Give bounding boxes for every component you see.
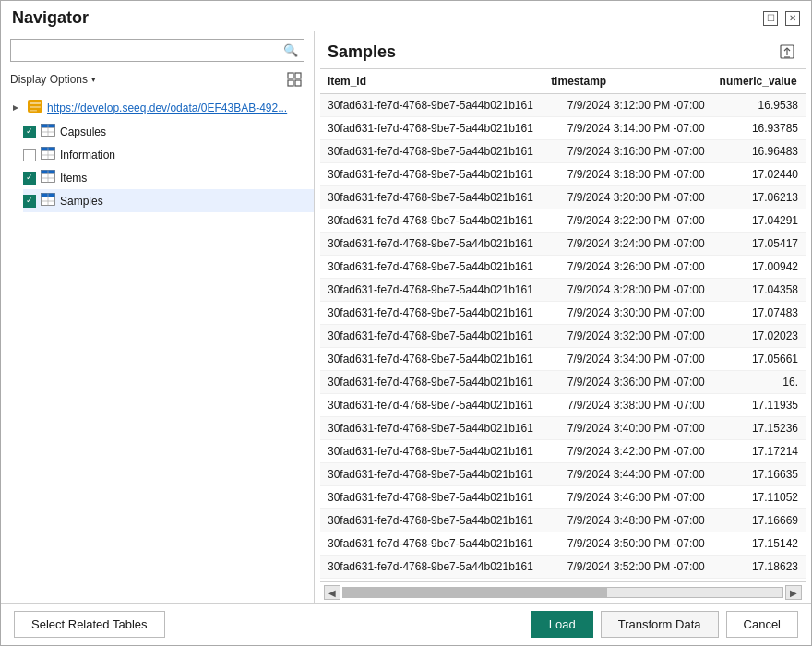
cell-numeric-value: 17.00942: [712, 256, 806, 279]
cancel-button[interactable]: Cancel: [726, 611, 798, 638]
footer-right: Load Transform Data Cancel: [531, 611, 798, 638]
data-table-container: item_id timestamp numeric_value 30fad631…: [320, 68, 806, 603]
items-label: Items: [60, 172, 87, 185]
col-header-item-id: item_id: [320, 69, 543, 94]
search-input[interactable]: [11, 41, 278, 61]
svg-rect-2: [288, 80, 293, 86]
svg-rect-1: [295, 73, 301, 78]
table-row: 30fad631-fe7d-4768-9be7-5a44b021b1617/9/…: [320, 209, 806, 233]
scroll-left-button[interactable]: ◀: [324, 585, 340, 600]
cell-numeric-value: 16.: [712, 371, 806, 394]
table-row: 30fad631-fe7d-4768-9be7-5a44b021b1617/9/…: [320, 417, 806, 440]
navigator-window: Navigator ☐ ✕ 🔍 Display Options ▾: [0, 0, 812, 646]
cell-timestamp: 7/9/2024 3:20:00 PM -07:00: [543, 186, 711, 209]
display-options-button[interactable]: Display Options ▾: [10, 73, 96, 86]
cell-item-id: 30fad631-fe7d-4768-9be7-5a44b021b161: [320, 348, 543, 371]
title-bar: Navigator ☐ ✕: [1, 1, 811, 31]
checkbox-capsules[interactable]: ✓: [23, 126, 36, 138]
checkbox-information[interactable]: [23, 149, 36, 162]
transform-data-button[interactable]: Transform Data: [601, 611, 719, 638]
tree-children: ✓ Capsules: [1, 120, 314, 212]
svg-rect-0: [288, 73, 293, 78]
select-related-button[interactable]: Select Related Tables: [14, 611, 165, 638]
cell-numeric-value: 17.11052: [712, 486, 806, 509]
cell-item-id: 30fad631-fe7d-4768-9be7-5a44b021b161: [320, 325, 543, 348]
cell-numeric-value: 17.02440: [712, 163, 806, 186]
minimize-button[interactable]: ☐: [763, 11, 778, 26]
cell-item-id: 30fad631-fe7d-4768-9be7-5a44b021b161: [320, 509, 543, 532]
cell-item-id: 30fad631-fe7d-4768-9be7-5a44b021b161: [320, 463, 543, 486]
svg-rect-6: [30, 102, 41, 104]
window-controls: ☐ ✕: [763, 11, 800, 26]
table-row: 30fad631-fe7d-4768-9be7-5a44b021b1617/9/…: [320, 463, 806, 486]
data-table-wrapper[interactable]: item_id timestamp numeric_value 30fad631…: [320, 69, 806, 581]
cell-timestamp: 7/9/2024 3:52:00 PM -07:00: [543, 556, 711, 579]
cell-numeric-value: 17.15142: [712, 532, 806, 556]
svg-marker-4: [13, 105, 18, 111]
scroll-track[interactable]: [342, 587, 783, 598]
cell-timestamp: 7/9/2024 3:38:00 PM -07:00: [543, 394, 711, 417]
cell-item-id: 30fad631-fe7d-4768-9be7-5a44b021b161: [320, 94, 543, 117]
cell-item-id: 30fad631-fe7d-4768-9be7-5a44b021b161: [320, 117, 543, 140]
table-body: 30fad631-fe7d-4768-9be7-5a44b021b1617/9/…: [320, 94, 806, 582]
table-title: Samples: [328, 42, 396, 62]
tree-item-items[interactable]: ✓ Items: [23, 166, 314, 189]
tree-item-capsules[interactable]: ✓ Capsules: [23, 120, 314, 143]
tree-root-node[interactable]: https://develop.seeq.dev/odata/0EF43BAB-…: [1, 95, 314, 120]
export-icon-button[interactable]: [776, 41, 798, 63]
table-row: 30fad631-fe7d-4768-9be7-5a44b021b1617/9/…: [320, 532, 806, 556]
cell-timestamp: 7/9/2024 3:40:00 PM -07:00: [543, 417, 711, 440]
horizontal-scrollbar: ◀ ▶: [320, 581, 806, 603]
table-row: 30fad631-fe7d-4768-9be7-5a44b021b1617/9/…: [320, 348, 806, 371]
cell-item-id: 30fad631-fe7d-4768-9be7-5a44b021b161: [320, 556, 543, 579]
cell-item-id: 30fad631-fe7d-4768-9be7-5a44b021b161: [320, 233, 543, 256]
cell-numeric-value: 17.17290: [712, 579, 806, 582]
table-row: 30fad631-fe7d-4768-9be7-5a44b021b1617/9/…: [320, 440, 806, 463]
table-row: 30fad631-fe7d-4768-9be7-5a44b021b1617/9/…: [320, 279, 806, 302]
chevron-down-icon: ▾: [91, 75, 96, 84]
cell-item-id: 30fad631-fe7d-4768-9be7-5a44b021b161: [320, 417, 543, 440]
tree-item-samples[interactable]: ✓ Samples: [23, 189, 314, 212]
content-area: 🔍 Display Options ▾: [1, 31, 811, 603]
cell-timestamp: 7/9/2024 3:16:00 PM -07:00: [543, 140, 711, 163]
check-icon: ✓: [26, 197, 33, 205]
check-icon: ✓: [26, 173, 33, 182]
tree-item-information[interactable]: Information: [23, 143, 314, 166]
cell-numeric-value: 17.07483: [712, 302, 806, 325]
scroll-right-button[interactable]: ▶: [785, 585, 802, 600]
checkbox-items[interactable]: ✓: [23, 172, 36, 185]
svg-rect-8: [30, 110, 37, 112]
cell-timestamp: 7/9/2024 3:54:00 PM -07:00: [543, 579, 711, 582]
right-panel: Samples item_id: [315, 31, 811, 603]
cell-item-id: 30fad631-fe7d-4768-9be7-5a44b021b161: [320, 302, 543, 325]
display-view-button[interactable]: [284, 69, 304, 90]
cell-numeric-value: 16.9538: [712, 94, 806, 117]
cell-item-id: 30fad631-fe7d-4768-9be7-5a44b021b161: [320, 486, 543, 509]
cell-numeric-value: 17.06213: [712, 186, 806, 209]
cell-numeric-value: 17.15236: [712, 417, 806, 440]
svg-rect-7: [30, 106, 41, 108]
table-row: 30fad631-fe7d-4768-9be7-5a44b021b1617/9/…: [320, 486, 806, 509]
load-button[interactable]: Load: [531, 611, 593, 638]
left-panel: 🔍 Display Options ▾: [1, 31, 315, 603]
table-row: 30fad631-fe7d-4768-9be7-5a44b021b1617/9/…: [320, 556, 806, 579]
table-row: 30fad631-fe7d-4768-9be7-5a44b021b1617/9/…: [320, 394, 806, 417]
cell-timestamp: 7/9/2024 3:32:00 PM -07:00: [543, 325, 711, 348]
cell-timestamp: 7/9/2024 3:22:00 PM -07:00: [543, 209, 711, 233]
search-box: 🔍: [10, 39, 304, 62]
cell-timestamp: 7/9/2024 3:46:00 PM -07:00: [543, 486, 711, 509]
capsules-label: Capsules: [60, 126, 106, 138]
cell-timestamp: 7/9/2024 3:26:00 PM -07:00: [543, 256, 711, 279]
close-button[interactable]: ✕: [785, 11, 800, 26]
cell-numeric-value: 17.18623: [712, 556, 806, 579]
table-row: 30fad631-fe7d-4768-9be7-5a44b021b1617/9/…: [320, 117, 806, 140]
cell-numeric-value: 17.17214: [712, 440, 806, 463]
checkbox-samples[interactable]: ✓: [23, 195, 36, 208]
footer-left: Select Related Tables: [14, 611, 165, 638]
table-row: 30fad631-fe7d-4768-9be7-5a44b021b1617/9/…: [320, 371, 806, 394]
cell-item-id: 30fad631-fe7d-4768-9be7-5a44b021b161: [320, 579, 543, 582]
database-icon: [27, 99, 43, 116]
cell-numeric-value: 17.04358: [712, 279, 806, 302]
cell-numeric-value: 17.05417: [712, 233, 806, 256]
display-options-label: Display Options: [10, 73, 88, 86]
